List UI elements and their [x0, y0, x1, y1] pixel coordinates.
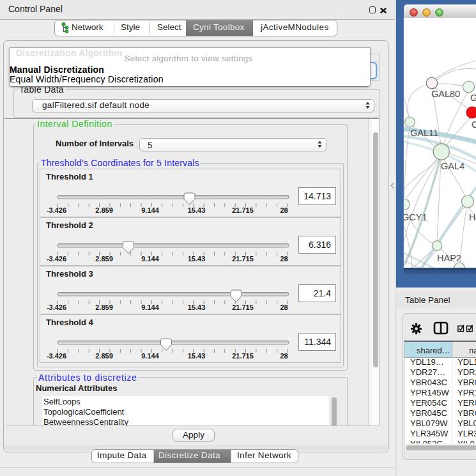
svg-text:-3.426: -3.426 [47, 352, 66, 360]
svg-text:2.859: 2.859 [95, 206, 113, 214]
svg-text:21.715: 21.715 [232, 303, 254, 311]
svg-text:28: 28 [280, 206, 288, 214]
svg-text:28: 28 [280, 352, 288, 360]
svg-text:-3.426: -3.426 [47, 303, 66, 311]
svg-text:9.144: 9.144 [141, 255, 159, 263]
svg-text:9.144: 9.144 [141, 206, 159, 214]
svg-text:C: C [472, 119, 476, 130]
svg-text:2.859: 2.859 [95, 303, 113, 311]
svg-text:H: H [469, 212, 475, 222]
svg-text:-3.426: -3.426 [47, 255, 66, 263]
svg-text:GCY1: GCY1 [404, 212, 427, 222]
svg-text:2.859: 2.859 [95, 352, 113, 360]
svg-text:GAL80: GAL80 [431, 89, 460, 99]
svg-text:GA: GA [470, 93, 476, 103]
svg-text:28: 28 [280, 303, 288, 311]
svg-text:21.715: 21.715 [232, 255, 254, 263]
svg-text:15.43: 15.43 [188, 352, 206, 360]
svg-text:15.43: 15.43 [188, 303, 206, 311]
svg-text:HAP2: HAP2 [437, 253, 461, 263]
svg-text:21.715: 21.715 [232, 206, 254, 214]
svg-text:28: 28 [280, 255, 288, 263]
svg-text:GAL11: GAL11 [410, 128, 438, 138]
svg-text:2.859: 2.859 [95, 255, 113, 263]
svg-text:21.715: 21.715 [232, 352, 254, 360]
svg-text:15.43: 15.43 [188, 255, 206, 263]
svg-text:9.144: 9.144 [141, 352, 159, 360]
svg-text:9.144: 9.144 [141, 303, 159, 311]
svg-text:-3.426: -3.426 [47, 206, 66, 214]
svg-text:GAL4: GAL4 [441, 161, 464, 171]
svg-text:15.43: 15.43 [188, 206, 206, 214]
